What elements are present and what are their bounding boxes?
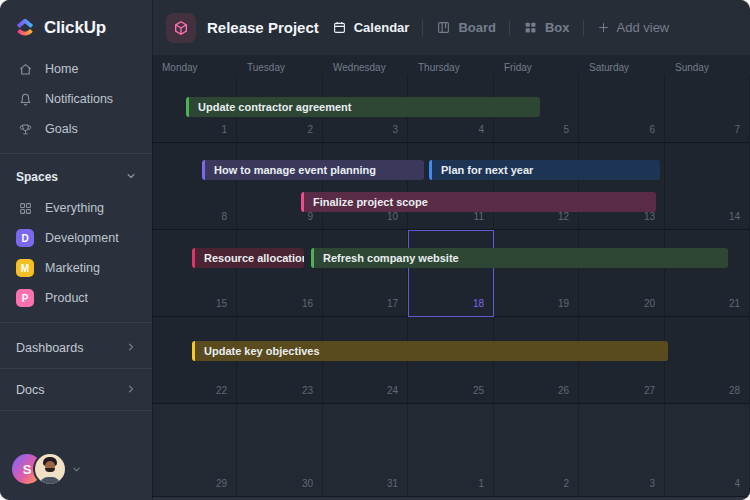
calendar-day-cell[interactable]: 19 xyxy=(494,230,579,317)
date-number: 19 xyxy=(558,298,569,309)
date-number: 22 xyxy=(216,385,227,396)
sidebar-item-notifications[interactable]: Notifications xyxy=(0,84,152,114)
calendar-day-cell[interactable]: 20 xyxy=(579,230,665,317)
calendar-day-cell[interactable]: 10 xyxy=(323,143,408,230)
tab-label: Box xyxy=(545,20,570,35)
calendar-day-cell[interactable]: 11 xyxy=(408,143,494,230)
sidebar-item-label: Docs xyxy=(16,383,44,397)
tab-label: Calendar xyxy=(354,20,410,35)
sidebar-item-everything[interactable]: Everything xyxy=(0,193,152,223)
day-header-monday: Monday xyxy=(162,62,198,73)
sidebar-item-label: Development xyxy=(45,231,119,245)
day-header-wednesday: Wednesday xyxy=(333,62,386,73)
sidebar-item-label: Dashboards xyxy=(16,341,83,355)
grid-icon xyxy=(16,199,34,217)
date-number: 5 xyxy=(563,124,569,135)
calendar-day-cell[interactable]: 3 xyxy=(579,404,665,497)
sidebar-item-development[interactable]: DDevelopment xyxy=(0,223,152,253)
chevron-down-icon xyxy=(126,170,136,184)
tab-divider xyxy=(509,20,510,36)
date-number: 4 xyxy=(478,124,484,135)
date-number: 21 xyxy=(729,298,740,309)
spaces-label: Spaces xyxy=(16,170,58,184)
calendar-day-cell[interactable]: 12 xyxy=(494,143,579,230)
date-number: 4 xyxy=(734,478,740,489)
calendar-day-cell[interactable]: 16 xyxy=(237,230,323,317)
board-icon xyxy=(436,20,451,35)
date-number: 24 xyxy=(387,385,398,396)
calendar-day-cell[interactable]: 13 xyxy=(579,143,665,230)
task-bar-how-to-manage-event-planning[interactable]: How to manage event planning xyxy=(202,160,424,180)
spaces-section-header[interactable]: Spaces xyxy=(0,163,152,193)
tab-board[interactable]: Board xyxy=(436,20,496,35)
task-bar-plan-for-next-year[interactable]: Plan for next year xyxy=(429,160,660,180)
clickup-logo[interactable]: ClickUp xyxy=(0,0,152,54)
date-number: 1 xyxy=(478,478,484,489)
goal-icon xyxy=(16,120,34,138)
chevron-right-icon xyxy=(126,341,136,355)
date-number: 26 xyxy=(558,385,569,396)
calendar-day-cell[interactable]: 28 xyxy=(665,317,750,404)
day-header-saturday: Saturday xyxy=(589,62,629,73)
calendar-day-cell[interactable]: 30 xyxy=(237,404,323,497)
task-bar-resource-allocation[interactable]: Resource allocation xyxy=(192,248,304,268)
task-bar-update-contractor-agreement[interactable]: Update contractor agreement xyxy=(186,97,540,117)
task-title: Resource allocation xyxy=(204,252,304,264)
calendar-day-cell[interactable]: 21 xyxy=(665,230,750,317)
logo-text: ClickUp xyxy=(44,18,106,38)
task-title: Plan for next year xyxy=(441,164,533,176)
sidebar-item-label: Goals xyxy=(45,122,78,136)
sidebar-divider xyxy=(0,410,152,411)
add-view-button[interactable]: Add view xyxy=(597,20,670,35)
calendar-day-cell[interactable]: 8 xyxy=(152,143,237,230)
task-bar-finalize-project-scope[interactable]: Finalize project scope xyxy=(301,192,656,212)
calendar-day-cell[interactable]: 6 xyxy=(579,75,665,143)
space-avatar-letter: P xyxy=(22,293,29,304)
tab-calendar[interactable]: Calendar xyxy=(332,20,410,35)
add-view-label: Add view xyxy=(617,20,670,35)
calendar-day-cell[interactable]: 7 xyxy=(665,75,750,143)
tab-box[interactable]: Box xyxy=(523,20,570,35)
task-title: Refresh company website xyxy=(323,252,459,264)
day-header-tuesday: Tuesday xyxy=(247,62,285,73)
task-bar-refresh-company-website[interactable]: Refresh company website xyxy=(311,248,728,268)
date-number: 1 xyxy=(221,124,227,135)
calendar-day-cell[interactable]: 9 xyxy=(237,143,323,230)
sidebar-item-dashboards[interactable]: Dashboards xyxy=(0,332,152,364)
calendar-day-cell[interactable]: 15 xyxy=(152,230,237,317)
calendar-day-cell[interactable]: 17 xyxy=(323,230,408,317)
date-number: 17 xyxy=(387,298,398,309)
calendar-day-cell[interactable]: 4 xyxy=(665,404,750,497)
sidebar-item-goals[interactable]: Goals xyxy=(0,114,152,144)
calendar-day-cell[interactable]: 18 xyxy=(408,230,494,317)
calendar-view: MondayTuesdayWednesdayThursdayFridaySatu… xyxy=(152,55,750,500)
date-number: 14 xyxy=(729,211,740,222)
calendar-day-cell[interactable]: 14 xyxy=(665,143,750,230)
space-avatar-letter: M xyxy=(21,263,29,274)
user-avatar-photo[interactable] xyxy=(35,454,65,484)
calendar-day-cell[interactable]: 31 xyxy=(323,404,408,497)
calendar-day-cell[interactable]: 1 xyxy=(408,404,494,497)
date-number: 8 xyxy=(221,211,227,222)
sidebar-item-label: Home xyxy=(45,62,78,76)
chevron-right-icon xyxy=(126,383,136,397)
date-number: 18 xyxy=(473,298,484,309)
date-number: 7 xyxy=(734,124,740,135)
tab-label: Board xyxy=(458,20,496,35)
task-bar-update-key-objectives[interactable]: Update key objectives xyxy=(192,341,668,361)
sidebar-item-home[interactable]: Home xyxy=(0,54,152,84)
calendar-day-cell[interactable]: 2 xyxy=(494,404,579,497)
page-title: Release Project xyxy=(207,19,319,36)
calendar-day-cell[interactable]: 29 xyxy=(152,404,237,497)
sidebar-item-product[interactable]: PProduct xyxy=(0,283,152,313)
date-number: 15 xyxy=(216,298,227,309)
chevron-down-icon[interactable] xyxy=(72,460,81,478)
day-header-thursday: Thursday xyxy=(418,62,460,73)
space-avatar-marketing: M xyxy=(16,259,34,277)
sidebar-item-marketing[interactable]: MMarketing xyxy=(0,253,152,283)
date-number: 9 xyxy=(307,211,313,222)
sidebar-item-docs[interactable]: Docs xyxy=(0,374,152,406)
sidebar-divider xyxy=(0,368,152,369)
bell-icon xyxy=(16,90,34,108)
date-number: 13 xyxy=(644,211,655,222)
